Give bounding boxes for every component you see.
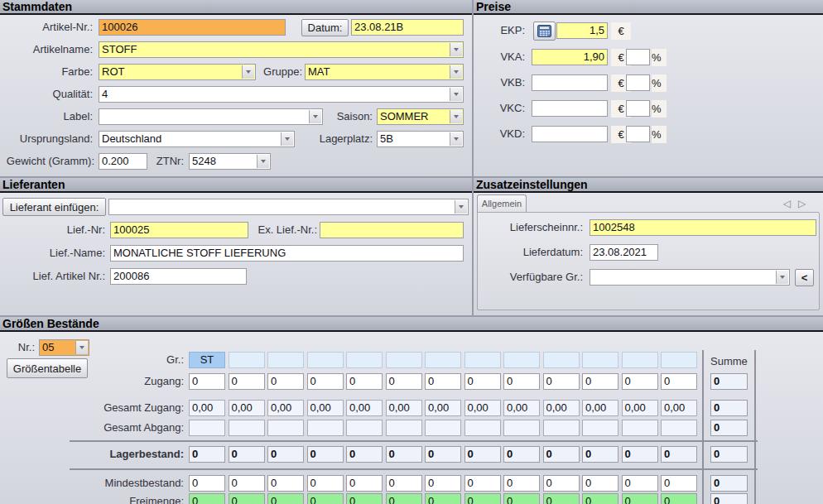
chevron-down-icon[interactable] [281,132,293,146]
mindestbestand-cell-4[interactable]: 0 [346,475,383,492]
zugang-cell-6[interactable]: 0 [425,373,461,390]
lieferant-einfuegen-button[interactable]: Lieferant einfügen: [2,198,106,216]
verfuegbare-gr-combo[interactable] [590,269,790,286]
gesamt-zugang-cell-8: 0,00 [503,400,540,416]
lieferscheinnr-field[interactable]: 1002548 [590,219,816,236]
chevron-down-icon[interactable] [450,65,462,79]
freimenge-cell-8[interactable]: 0 [503,493,540,504]
vkb-pct-field[interactable] [626,74,650,91]
mindestbestand-cell-11[interactable]: 0 [622,475,658,492]
row-label-gesamt-abgang: Gesamt Abgang: [0,420,184,436]
vkb-percent: % [652,74,667,92]
freimenge-cell-11[interactable]: 0 [622,493,658,504]
mindestbestand-cell-8[interactable]: 0 [503,475,540,492]
zugang-cell-0[interactable]: 0 [189,373,225,390]
chevron-down-icon[interactable] [450,43,462,56]
datum-button[interactable]: Datum: [301,19,349,36]
zugang-cell-4[interactable]: 0 [346,373,383,390]
mindestbestand-cell-2[interactable]: 0 [267,475,304,492]
farbe-value: ROT [102,65,124,78]
vkb-field[interactable] [532,74,608,91]
mindestbestand-cell-0[interactable]: 0 [189,475,225,492]
zugang-cell-12[interactable]: 0 [661,373,697,390]
chevron-down-icon[interactable] [242,65,254,79]
zugang-cell-7[interactable]: 0 [464,373,501,390]
vkc-field[interactable] [532,100,608,117]
zugang-cell-5[interactable]: 0 [386,373,422,390]
vkd-field[interactable] [532,126,608,142]
mindestbestand-cell-5[interactable]: 0 [386,475,422,492]
zugang-cell-2[interactable]: 0 [267,373,304,390]
vka-field[interactable]: 1,90 [532,49,608,65]
gr-cell-7 [464,352,501,368]
gesamt-abgang-cell-7 [464,420,501,436]
ztnr-combo[interactable]: 5248 [189,153,271,170]
zugang-cell-9[interactable]: 0 [543,373,580,390]
row-label-zugang: Zugang: [0,373,184,390]
zugang-cell-3[interactable]: 0 [307,373,344,390]
freimenge-cell-5[interactable]: 0 [386,493,422,504]
gesamt-abgang-cell-10 [582,420,618,436]
zugang-cell-1[interactable]: 0 [229,373,265,390]
gesamt-zugang-cell-7: 0,00 [464,400,501,416]
mindestbestand-cell-7[interactable]: 0 [464,475,501,492]
gesamt-abgang-cell-0 [189,420,225,436]
tab-scroll-left-icon[interactable]: ◁ [783,198,791,209]
vkb-label: VKB: [474,74,525,91]
ursprungsland-combo[interactable]: Deutschland [99,131,295,147]
saison-combo[interactable]: SOMMER [377,108,464,125]
lagerplatz-combo[interactable]: 5B [377,131,464,147]
freimenge-cell-12[interactable]: 0 [661,493,697,504]
chevron-down-icon[interactable] [257,155,269,168]
farbe-combo[interactable]: ROT [99,64,256,80]
tab-scroll-right-icon[interactable]: ▷ [798,198,806,209]
lagerbestand-summe: 0 [710,446,748,463]
chevron-down-icon[interactable] [309,110,321,123]
mindestbestand-cell-1[interactable]: 0 [229,475,265,492]
vkd-pct-field[interactable] [626,126,650,142]
chevron-down-icon[interactable] [776,271,788,284]
freimenge-cell-4[interactable]: 0 [346,493,383,504]
chevron-down-icon[interactable] [450,132,462,146]
gruppe-combo[interactable]: MAT [305,64,464,80]
ex-lief-nr-field[interactable] [320,222,464,238]
chevron-down-icon[interactable] [455,200,467,214]
lagerbestand-cell-4: 0 [346,446,383,463]
freimenge-cell-2[interactable]: 0 [267,493,304,504]
ekp-field[interactable]: 1,5 [556,22,608,39]
mindestbestand-cell-10[interactable]: 0 [582,475,618,492]
qualitaet-combo[interactable]: 4 [99,86,464,103]
artikelname-combo[interactable]: STOFF [99,41,464,58]
freimenge-cell-1[interactable]: 0 [229,493,265,504]
lagerbestand-cell-6: 0 [425,446,461,463]
vkc-pct-field[interactable] [626,100,650,117]
freimenge-cell-7[interactable]: 0 [464,493,501,504]
datum-field[interactable]: 23.08.21B [351,19,464,36]
calculator-button[interactable] [533,22,556,41]
tab-allgemein[interactable]: Allgemein [477,194,527,213]
mindestbestand-cell-6[interactable]: 0 [425,475,461,492]
lieferdatum-field[interactable]: 23.08.2021 [590,244,658,261]
chevron-down-icon[interactable] [450,88,462,101]
gewicht-field[interactable]: 0.200 [99,153,147,170]
freimenge-cell-3[interactable]: 0 [307,493,344,504]
freimenge-cell-10[interactable]: 0 [582,493,618,504]
freimenge-cell-9[interactable]: 0 [543,493,580,504]
zugang-cell-11[interactable]: 0 [622,373,658,390]
mindestbestand-cell-12[interactable]: 0 [661,475,697,492]
freimenge-cell-0[interactable]: 0 [189,493,225,504]
mindestbestand-cell-9[interactable]: 0 [543,475,580,492]
vka-percent: % [652,49,667,66]
mindestbestand-cell-3[interactable]: 0 [307,475,344,492]
artikel-nr-field[interactable]: 100026 [99,19,286,36]
lief-artikel-nr-field[interactable]: 200086 [110,268,247,285]
zugang-cell-8[interactable]: 0 [503,373,540,390]
lieferant-combo[interactable] [108,199,469,215]
label-combo[interactable] [99,108,323,125]
lief-name-field[interactable]: MONATLICHE STOFF LIEFERUNG [110,245,464,262]
zugang-cell-10[interactable]: 0 [582,373,618,390]
freimenge-cell-6[interactable]: 0 [425,493,461,504]
vka-pct-field[interactable] [626,49,650,65]
chevron-left-button[interactable]: < [795,269,814,286]
chevron-down-icon[interactable] [450,110,462,123]
